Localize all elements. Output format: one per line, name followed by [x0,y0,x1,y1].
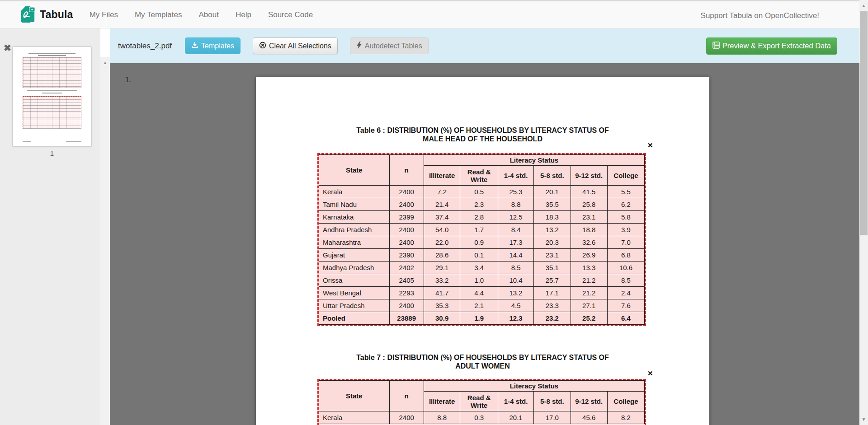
templates-button[interactable]: Templates [185,37,241,54]
value-cell: 8.8 [424,411,460,424]
state-cell: Maharashtra [319,236,390,249]
mini-selection-table7 [23,96,81,129]
export-button-label: Preview & Export Extracted Data [722,42,831,50]
table7-col-header: 5-8 std. [534,392,571,411]
value-cell: 13.2 [534,224,571,236]
value-cell: 2390 [389,249,424,262]
mini-selection-table6 [23,57,81,88]
pdf-viewer: 1. Table 6 : DISTRIBUTION (%) OF HOUSEHO… [110,63,859,425]
value-cell: 23.1 [534,249,571,262]
value-cell: 12.3 [498,312,533,325]
value-cell: 25.8 [571,198,607,211]
table6-header-n: n [389,155,424,186]
table-row: Kerala24008.80.320.117.045.68.2 [319,411,645,424]
nav-source-code[interactable]: Source Code [268,10,313,19]
mini-footer-line [66,141,81,142]
state-cell: Tamil Nadu [319,198,390,211]
table6-col-header: 5-8 std. [534,166,571,186]
table7: State n Literacy Status Illiterate Read … [319,380,645,424]
preview-export-button[interactable]: Preview & Export Extracted Data [706,37,837,55]
autodetect-tables-button[interactable]: Autodetect Tables [350,37,429,54]
value-cell: 21.2 [571,274,607,287]
mini-title-line [27,90,77,91]
table-list-icon [712,42,722,51]
state-cell: West Bengal [319,287,390,299]
table7-col-header: Read & Write [460,392,498,411]
remove-page-icon[interactable]: ✖ [4,43,11,52]
value-cell: 2.8 [460,211,498,224]
value-cell: 25.2 [571,312,607,325]
table7-selection[interactable]: State n Literacy Status Illiterate Read … [317,379,646,425]
value-cell: 2402 [389,262,424,274]
scrollbar-thumb[interactable] [860,11,868,235]
value-cell: 10.4 [498,274,533,287]
table7-col-header: Illiterate [424,392,460,411]
table7-selection-close-icon[interactable]: ✕ [647,370,653,377]
autodetect-button-label: Autodetect Tables [365,42,422,50]
state-cell: Andhra Pradesh [319,224,390,236]
table-row: Madhya Pradesh240229.13.48.535.113.310.6 [319,262,645,274]
table-row: Tamil Nadu240021.42.38.835.525.86.2 [319,198,645,211]
value-cell: 26.9 [571,249,607,262]
table7-header-state: State [319,381,390,411]
table7-col-header: 1-4 std. [498,392,533,411]
value-cell: 54.0 [424,224,460,236]
value-cell: 2.1 [460,299,498,312]
table6-title: Table 6 : DISTRIBUTION (%) OF HOUSEHOLDS… [256,126,709,143]
table7-group-header: Literacy Status [424,381,644,392]
scroll-up-icon[interactable]: ▲ [859,3,868,8]
value-cell: 33.2 [424,274,460,287]
value-cell: 37.4 [424,211,460,224]
brand[interactable]: Tabula [20,5,73,25]
page-thumbnail[interactable] [13,47,91,146]
value-cell: 32.6 [571,236,607,249]
value-cell: 17.0 [534,411,571,424]
table7-col-header: College [607,392,644,411]
value-cell: 20.1 [498,411,533,424]
nav-my-templates[interactable]: My Templates [135,10,182,19]
state-cell: Madhya Pradesh [319,262,390,274]
page-number-label: 1. [125,76,131,84]
state-cell: Karnataka [319,211,390,224]
value-cell: 2293 [389,287,424,299]
support-link[interactable]: Support Tabula on OpenCollective! [701,1,819,30]
value-cell: 20.3 [534,236,571,249]
value-cell: 7.0 [607,236,644,249]
sidebar-scrollbar[interactable]: ▲ ▼ [100,57,110,425]
scroll-up-icon[interactable]: ▲ [100,60,110,65]
table-row: Andhra Pradesh240054.01.78.413.218.83.9 [319,224,645,236]
value-cell: 22.0 [424,236,460,249]
value-cell: 17.1 [534,287,571,299]
table6-col-header: Illiterate [424,166,460,186]
nav-about[interactable]: About [198,10,218,19]
nav-help[interactable]: Help [236,10,251,19]
nav-links: My Files My Templates About Help Source … [90,10,330,19]
scroll-down-icon[interactable]: ▼ [859,417,868,422]
value-cell: 41.7 [424,287,460,299]
clear-all-selections-button[interactable]: Clear All Selections [253,37,338,54]
table6-col-header: Read & Write [460,166,498,186]
value-cell: 2400 [389,186,424,198]
value-cell: 8.2 [607,411,644,424]
table6-selection-close-icon[interactable]: ✕ [647,142,653,149]
save-template-icon [191,42,201,51]
value-cell: 20.1 [534,186,571,198]
toolbar: twotables_2.pdf Templates Clear All Sele… [110,28,859,63]
value-cell: 2400 [389,198,424,211]
value-cell: 2.3 [460,198,498,211]
table6-group-header: Literacy Status [424,155,644,166]
table-row: West Bengal229341.74.413.217.121.22.4 [319,287,645,299]
value-cell: 23.3 [534,299,571,312]
table-row: Pooled2388930.91.912.323.225.26.4 [319,312,645,325]
tabula-logo-icon [20,5,36,25]
nav-my-files[interactable]: My Files [90,10,118,19]
value-cell: 8.8 [498,198,533,211]
window-scrollbar[interactable]: ▲ ▼ [859,0,868,425]
value-cell: 5.8 [607,211,644,224]
table6: State n Literacy Status Illiterate Read … [319,154,645,325]
table6-selection[interactable]: State n Literacy Status Illiterate Read … [317,153,646,326]
value-cell: 14.4 [498,249,533,262]
value-cell: 18.8 [571,224,607,236]
pdf-page[interactable]: Table 6 : DISTRIBUTION (%) OF HOUSEHOLDS… [256,77,709,425]
value-cell: 18.3 [534,211,571,224]
